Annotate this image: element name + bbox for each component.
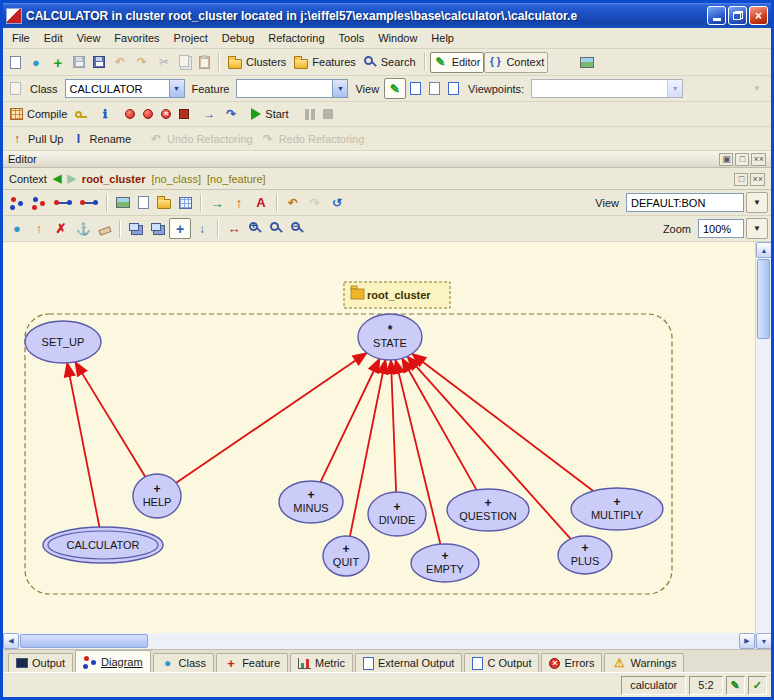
undock-icon[interactable]: ▣ (719, 153, 733, 166)
minimize-button[interactable] (707, 6, 726, 25)
menu-file[interactable]: File (5, 30, 37, 46)
diagram-node-divide[interactable]: +DIVIDE (368, 492, 426, 536)
diagram-node-multiply[interactable]: +MULTIPLY (571, 488, 663, 530)
restore-button[interactable] (728, 6, 747, 25)
center-diagram-icon[interactable]: + (169, 218, 191, 239)
debug-disable-stop-points-icon[interactable] (157, 104, 175, 125)
maximize-icon[interactable]: □ (734, 173, 748, 186)
freeze-icon[interactable] (71, 104, 94, 125)
tab-errors[interactable]: Errors (541, 653, 602, 672)
diagram-node-state[interactable]: *STATE (358, 314, 422, 360)
debug-clear-breakpoints-icon[interactable] (175, 104, 193, 125)
diagram-edge-MINUS-STATE[interactable] (321, 359, 380, 482)
debug-run-ignore-icon[interactable] (139, 104, 157, 125)
view-editor-icon[interactable]: ✎ (384, 78, 406, 99)
tab-feature[interactable]: +Feature (216, 653, 288, 672)
diagram-node-minus[interactable]: +MINUS (279, 481, 343, 523)
start-button[interactable]: Start (247, 104, 292, 125)
send-to-back-icon[interactable] (147, 218, 169, 239)
view-flat-icon[interactable] (406, 78, 425, 99)
menu-debug[interactable]: Debug (215, 30, 261, 46)
diagram-node-help[interactable]: +HELP (133, 474, 181, 518)
project-info-icon[interactable]: ℹ (94, 104, 116, 125)
menu-view[interactable]: View (70, 30, 108, 46)
fit-to-selection-icon[interactable]: ↔ (223, 218, 245, 239)
horizontal-scroll-thumb[interactable] (20, 634, 148, 648)
diagram-node-quit[interactable]: +QUIT (323, 536, 369, 576)
tab-external-output[interactable]: External Output (355, 653, 462, 672)
delete-item-icon[interactable]: ✗ (50, 218, 72, 239)
vertical-scroll-thumb[interactable] (757, 259, 770, 339)
horizontal-scrollbar[interactable]: ◀ ▶ (3, 633, 755, 649)
fit-to-window-icon[interactable] (266, 218, 287, 239)
diagram-node-question[interactable]: +QUESTION (447, 489, 529, 531)
tab-warnings[interactable]: ⚠Warnings (604, 653, 684, 672)
debug-run-icon[interactable] (121, 104, 139, 125)
diagram-undo-icon[interactable]: ↶ (282, 192, 304, 213)
view-suppliers-icon[interactable] (444, 78, 463, 99)
diagram-edge-QUESTION-STATE[interactable] (402, 358, 477, 490)
diagram-node-calculator[interactable]: CALCULATOR (43, 527, 163, 563)
horizontal-scroll-track[interactable] (19, 633, 739, 649)
menu-tools[interactable]: Tools (332, 30, 372, 46)
tab-c-output[interactable]: C Output (464, 653, 539, 672)
pull-up-button[interactable]: ↑Pull Up (6, 128, 67, 149)
diagram-view-dropdown-icon[interactable]: ▼ (746, 192, 768, 213)
go-to-icon[interactable]: → (206, 192, 228, 213)
tab-class[interactable]: ●Class (153, 653, 215, 672)
bring-to-front-icon[interactable] (125, 218, 147, 239)
clusters-button[interactable]: Clusters (224, 52, 290, 73)
zoom-in-icon[interactable] (245, 218, 266, 239)
menu-help[interactable]: Help (424, 30, 461, 46)
diagram-node-plus[interactable]: +PLUS (558, 536, 612, 574)
feature-combo[interactable]: ▼ (236, 79, 348, 98)
class-combo-arrow-icon[interactable]: ▼ (169, 80, 184, 97)
open-icon[interactable]: ● (25, 52, 47, 73)
eraser-icon[interactable] (95, 218, 115, 239)
step-into-icon[interactable]: → (198, 104, 220, 125)
search-button[interactable]: Search (360, 52, 420, 73)
print-diagram-icon[interactable] (134, 192, 153, 213)
step-over-icon[interactable]: ↷ (220, 104, 242, 125)
external-editor-icon[interactable] (576, 52, 598, 73)
menu-favorites[interactable]: Favorites (107, 30, 166, 46)
zoom-out-icon[interactable] (287, 218, 308, 239)
scroll-down-icon[interactable]: ▼ (756, 633, 772, 649)
cluster-tag[interactable]: root_cluster (344, 282, 450, 308)
maximize-icon[interactable]: □ (735, 153, 749, 166)
vertical-scrollbar[interactable]: ▲ ▼ (755, 242, 771, 649)
inheritance-link-icon[interactable] (76, 192, 102, 213)
context-back-icon[interactable]: ◀ (53, 172, 61, 185)
diagram-canvas[interactable]: root_clusterSET_UP*STATE+HELPCALCULATOR+… (3, 242, 755, 633)
context-button[interactable]: { }Context (484, 52, 548, 73)
scroll-left-icon[interactable]: ◀ (3, 633, 19, 649)
cluster-relations-icon[interactable] (28, 192, 50, 213)
menu-window[interactable]: Window (371, 30, 424, 46)
sort-items-icon[interactable]: ↓ (191, 218, 213, 239)
menu-edit[interactable]: Edit (37, 30, 70, 46)
title-bar[interactable]: CALCULATOR in cluster root_cluster locat… (3, 3, 771, 28)
diagram-view-combo[interactable]: DEFAULT:BON (626, 193, 744, 212)
tab-diagram[interactable]: Diagram (75, 650, 151, 672)
features-button[interactable]: Features (290, 52, 359, 73)
zoom-dropdown-icon[interactable]: ▼ (746, 218, 768, 239)
diagram-node-set_up[interactable]: SET_UP (25, 321, 101, 363)
compile-button[interactable]: Compile (6, 104, 71, 125)
new-document-icon[interactable] (6, 52, 25, 73)
view-clients-icon[interactable] (425, 78, 444, 99)
class-combo[interactable]: CALCULATOR▼ (65, 79, 185, 98)
vertical-scroll-track[interactable] (756, 258, 771, 633)
force-layout-icon[interactable] (175, 192, 196, 213)
export-image-icon[interactable] (112, 192, 134, 213)
tab-output[interactable]: Output (8, 653, 73, 672)
feature-combo-arrow-icon[interactable]: ▼ (332, 80, 347, 97)
close-icon[interactable]: ×× (750, 173, 765, 186)
diagram-node-empty[interactable]: +EMPTY (411, 544, 479, 582)
diagram-edge-HELP-STATE[interactable] (176, 353, 367, 483)
diagram-edge-DIVIDE-STATE[interactable] (391, 360, 396, 492)
close-icon[interactable]: ×× (751, 153, 766, 166)
menu-refactoring[interactable]: Refactoring (261, 30, 331, 46)
text-size-icon[interactable]: A (250, 192, 272, 213)
editor-button[interactable]: ✎Editor (430, 52, 485, 73)
tab-metric[interactable]: Metric (290, 653, 353, 672)
